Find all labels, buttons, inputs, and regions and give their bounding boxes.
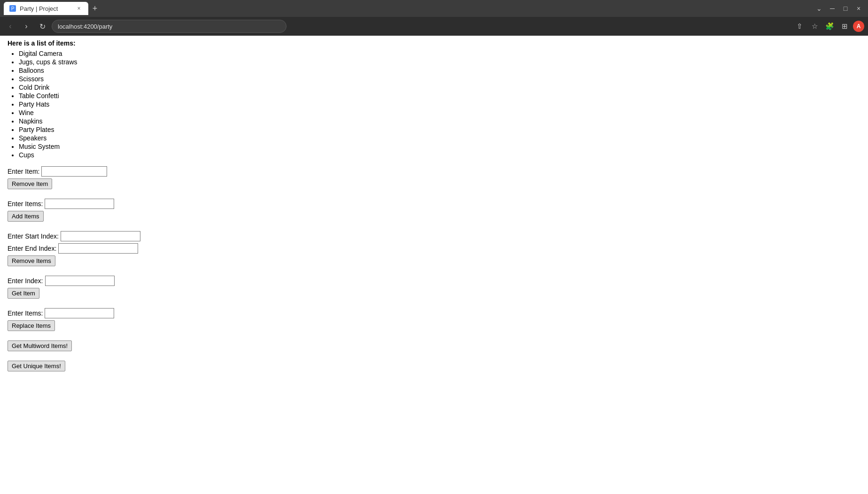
extensions-button[interactable]: 🧩 <box>823 20 836 33</box>
browser-tab[interactable]: P Party | Project × <box>4 2 88 15</box>
list-item: Speakers <box>19 134 860 142</box>
remove-item-section: Enter Item: Remove Item <box>8 166 860 189</box>
list-item: Napkins <box>19 117 860 125</box>
start-index-label: Enter Start Index: <box>8 232 59 240</box>
get-unique-section: Get Unique Items! <box>8 361 860 371</box>
replace-items-button[interactable]: Replace Items <box>8 320 55 331</box>
page-content: Here is a list of items: Digital CameraJ… <box>0 36 868 494</box>
tab-bar-dropdown[interactable]: ⌄ <box>814 3 825 14</box>
list-item: Table Confetti <box>19 92 860 100</box>
replace-items-input[interactable] <box>45 308 114 318</box>
get-unique-button[interactable]: Get Unique Items! <box>8 361 65 371</box>
list-item: Cold Drink <box>19 84 860 91</box>
page-title: Here is a list of items: <box>8 39 860 47</box>
bookmark-button[interactable]: ☆ <box>808 20 821 33</box>
list-item: Jugs, cups & straws <box>19 58 860 66</box>
list-item: Party Hats <box>19 100 860 108</box>
get-item-index-input[interactable] <box>45 276 115 286</box>
share-button[interactable]: ⇧ <box>793 20 806 33</box>
address-input[interactable] <box>52 20 287 33</box>
list-item: Scissors <box>19 75 860 83</box>
minimize-button[interactable]: ─ <box>827 3 838 14</box>
profile-avatar[interactable]: A <box>853 21 864 32</box>
back-button[interactable]: ‹ <box>4 20 17 33</box>
forward-button[interactable]: › <box>20 20 33 33</box>
new-tab-button[interactable]: + <box>88 2 101 15</box>
sidebar-button[interactable]: ⊞ <box>838 20 851 33</box>
list-item: Music System <box>19 143 860 150</box>
browser-chrome: P Party | Project × + ⌄ ─ □ × ‹ › ↻ ⇧ ☆ … <box>0 0 868 36</box>
add-items-label: Enter Items: <box>8 200 43 208</box>
remove-items-button[interactable]: Remove Items <box>8 255 55 266</box>
remove-item-input[interactable] <box>41 166 107 177</box>
get-item-section: Enter Index: Get Item <box>8 276 860 299</box>
list-item: Wine <box>19 109 860 116</box>
tab-bar: P Party | Project × + ⌄ ─ □ × <box>0 0 868 17</box>
tab-close-button[interactable]: × <box>75 5 83 12</box>
get-multiword-button[interactable]: Get Multiword Items! <box>8 340 72 351</box>
list-item: Cups <box>19 151 860 159</box>
items-list: Digital CameraJugs, cups & strawsBalloon… <box>8 50 860 159</box>
tab-bar-right: ⌄ ─ □ × <box>814 3 864 14</box>
list-item: Party Plates <box>19 126 860 133</box>
add-items-button[interactable]: Add Items <box>8 211 44 222</box>
replace-items-section: Enter Items: Replace Items <box>8 308 860 331</box>
list-item: Digital Camera <box>19 50 860 57</box>
maximize-button[interactable]: □ <box>840 3 851 14</box>
get-item-button[interactable]: Get Item <box>8 288 39 299</box>
get-multiword-section: Get Multiword Items! <box>8 340 860 351</box>
close-window-button[interactable]: × <box>853 3 864 14</box>
add-items-input[interactable] <box>45 199 114 209</box>
tab-title: Party | Project <box>20 5 58 12</box>
address-bar-right: ⇧ ☆ 🧩 ⊞ A <box>793 20 864 33</box>
add-items-section: Enter Items: Add Items <box>8 199 860 222</box>
remove-item-button[interactable]: Remove Item <box>8 178 52 189</box>
replace-items-label: Enter Items: <box>8 309 43 317</box>
get-item-label: Enter Index: <box>8 277 43 285</box>
end-index-label: Enter End Index: <box>8 245 56 252</box>
end-index-input[interactable] <box>58 243 138 254</box>
start-index-input[interactable] <box>61 231 140 241</box>
reload-button[interactable]: ↻ <box>36 20 49 33</box>
list-item: Balloons <box>19 67 860 74</box>
remove-item-label: Enter Item: <box>8 168 39 175</box>
address-bar: ‹ › ↻ ⇧ ☆ 🧩 ⊞ A <box>0 17 868 36</box>
tab-favicon: P <box>9 5 16 12</box>
remove-items-section: Enter Start Index: Enter End Index: Remo… <box>8 231 860 266</box>
